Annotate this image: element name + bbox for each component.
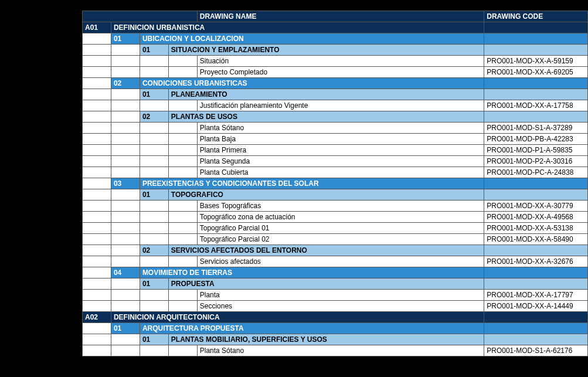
lvl1-title: ARQUITECTURA PROPUESTA xyxy=(140,323,484,334)
lvl2-code: 01 xyxy=(140,189,168,201)
drawing-name: Topográfico Parcial 02 xyxy=(197,234,484,245)
lvl0-code: A01 xyxy=(83,22,111,33)
blank-c0 xyxy=(83,267,111,278)
lvl0-code-blank xyxy=(484,312,588,323)
blank-c2 xyxy=(140,56,168,67)
blank-c3 xyxy=(168,345,197,356)
blank-c1 xyxy=(111,301,140,312)
row-leaf: Planta SótanoPRO001-MOD-S1-A-37289 xyxy=(83,123,588,134)
lvl2-code: 02 xyxy=(140,245,168,256)
blank-c1 xyxy=(111,111,140,123)
drawing-code: PRO001-MOD-XX-A-58490 xyxy=(484,234,588,245)
drawing-name: Planta Primera xyxy=(197,145,484,156)
lvl2-title: TOPOGRAFICO xyxy=(168,189,484,201)
blank-c0 xyxy=(83,145,111,156)
blank-c0 xyxy=(83,100,111,111)
lvl2-title: PLANTAS MOBILIARIO, SUPERFICIES Y USOS xyxy=(168,334,484,345)
blank-c2 xyxy=(140,167,168,178)
lvl1-title: CONDICIONES URBANISTICAS xyxy=(140,78,484,89)
blank-c1 xyxy=(111,212,140,223)
drawing-code: PRO001-MOD-XX-A-53138 xyxy=(484,223,588,234)
blank-c0 xyxy=(83,78,111,89)
lvl2-code-blank xyxy=(484,245,588,256)
lvl1-code: 04 xyxy=(111,267,140,278)
lvl0-title: DEFINICION URBANISTICA xyxy=(111,22,484,33)
blank-c0 xyxy=(83,245,111,256)
blank-c0 xyxy=(83,167,111,178)
row-leaf: SeccionesPRO001-MOD-XX-A-14449 xyxy=(83,301,588,312)
blank-c0 xyxy=(83,201,111,212)
blank-c3 xyxy=(168,223,197,234)
blank-c1 xyxy=(111,100,140,111)
lvl1-code-blank xyxy=(484,78,588,89)
lvl0-title: DEFINICION ARQUITECTONICA xyxy=(111,312,484,323)
blank-c2 xyxy=(140,301,168,312)
drawing-code: PRO001-MOD-XX-A-69205 xyxy=(484,67,588,78)
row-leaf: Topográfico zona de actuaciónPRO001-MOD-… xyxy=(83,212,588,223)
blank-c2 xyxy=(140,223,168,234)
blank-c1 xyxy=(111,123,140,134)
blank-c2 xyxy=(140,345,168,356)
row-lvl2: 02SERVICIOS AFECTADOS DEL ENTORNO xyxy=(83,245,588,256)
blank-c0 xyxy=(83,178,111,189)
drawing-name: Servicios afectados xyxy=(197,256,484,267)
lvl2-code-blank xyxy=(484,334,588,345)
drawing-code: PRO001-MOD-XX-A-17797 xyxy=(484,290,588,301)
row-leaf: Servicios afectadosPRO001-MOD-XX-A-32676 xyxy=(83,256,588,267)
blank-c0 xyxy=(83,301,111,312)
lvl0-code-blank xyxy=(484,22,588,33)
drawing-name: Topográfico zona de actuación xyxy=(197,212,484,223)
blank-c0 xyxy=(83,111,111,123)
blank-c1 xyxy=(111,145,140,156)
blank-c0 xyxy=(83,223,111,234)
drawing-name: Bases Topográficas xyxy=(197,201,484,212)
lvl2-code: 01 xyxy=(140,334,168,345)
lvl2-title: SITUACION Y EMPLAZAMIENTO xyxy=(168,45,484,56)
blank-c3 xyxy=(168,212,197,223)
blank-c2 xyxy=(140,145,168,156)
lvl1-code: 03 xyxy=(111,178,140,189)
blank-c2 xyxy=(140,100,168,111)
blank-c1 xyxy=(111,245,140,256)
row-lvl2: 01SITUACION Y EMPLAZAMIENTO xyxy=(83,45,588,56)
blank-c0 xyxy=(83,290,111,301)
blank-c2 xyxy=(140,156,168,167)
blank-c3 xyxy=(168,67,197,78)
row-leaf: Topográfico Parcial 01PRO001-MOD-XX-A-53… xyxy=(83,223,588,234)
drawing-name: Planta xyxy=(197,290,484,301)
blank-c1 xyxy=(111,201,140,212)
blank-c1 xyxy=(111,234,140,245)
row-leaf: Planta BajaPRO001-MOD-PB-A-42283 xyxy=(83,134,588,145)
lvl1-title: UBICACION Y LOCALIZACION xyxy=(140,33,484,45)
blank-c2 xyxy=(140,201,168,212)
row-lvl1: 04MOVIMIENTO DE TIERRAS xyxy=(83,267,588,278)
blank-c1 xyxy=(111,89,140,100)
lvl2-code: 01 xyxy=(140,278,168,290)
lvl1-title: PREEXISTENCIAS Y CONDICIONANTES DEL SOLA… xyxy=(140,178,484,189)
lvl2-title: PLANTAS DE USOS xyxy=(168,111,484,123)
blank-c3 xyxy=(168,56,197,67)
blank-c0 xyxy=(83,67,111,78)
lvl2-code-blank xyxy=(484,89,588,100)
blank-c1 xyxy=(111,278,140,290)
blank-c0 xyxy=(83,256,111,267)
drawing-name: Planta Sótano xyxy=(197,123,484,134)
blank-c3 xyxy=(168,156,197,167)
drawing-name: Situación xyxy=(197,56,484,67)
row-leaf: Planta SótanoPRO001-MOD-S1-A-62176 xyxy=(83,345,588,356)
blank-c3 xyxy=(168,123,197,134)
lvl1-code-blank xyxy=(484,267,588,278)
blank-c2 xyxy=(140,134,168,145)
blank-c0 xyxy=(83,234,111,245)
lvl2-code-blank xyxy=(484,278,588,290)
row-leaf: Justificación planeamiento VigentePRO001… xyxy=(83,100,588,111)
blank-c0 xyxy=(83,345,111,356)
row-lvl2: 01TOPOGRAFICO xyxy=(83,189,588,201)
row-lvl2: 01PLANTAS MOBILIARIO, SUPERFICIES Y USOS xyxy=(83,334,588,345)
row-leaf: SituaciónPRO001-MOD-XX-A-59159 xyxy=(83,56,588,67)
blank-c3 xyxy=(168,201,197,212)
blank-c3 xyxy=(168,256,197,267)
blank-c1 xyxy=(111,334,140,345)
lvl2-code: 01 xyxy=(140,45,168,56)
blank-c0 xyxy=(83,56,111,67)
